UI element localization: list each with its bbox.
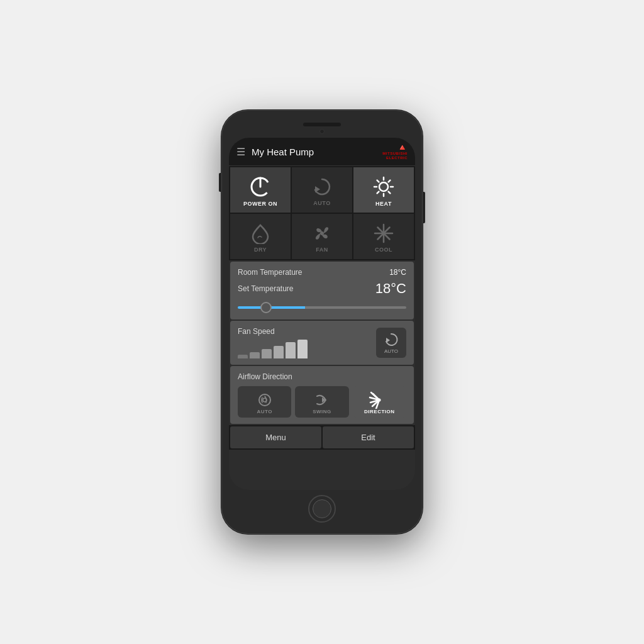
brand-logo: 🔺 MITSUBISHI ELECTRIC <box>382 143 408 160</box>
cool-label: COOL <box>375 247 392 253</box>
airflow-swing-label: SWING <box>313 409 331 414</box>
fan-auto-label: AUTO <box>384 348 398 354</box>
fan-bar-4 <box>274 346 284 358</box>
heat-label: HEAT <box>375 201 392 207</box>
airflow-section: Airflow Direction AUTO <box>230 366 414 424</box>
speaker-grille <box>303 123 341 126</box>
dry-label: DRY <box>254 247 267 253</box>
set-temp-row: Set Temperature 18°C <box>238 280 406 297</box>
room-temp-label: Room Temperature <box>238 268 303 277</box>
brand-sub: ELECTRIC <box>386 156 408 160</box>
svg-marker-18 <box>386 338 390 343</box>
room-temp-value: 18°C <box>389 268 406 277</box>
cool-icon <box>373 223 394 244</box>
airflow-swing-icon <box>313 391 331 409</box>
airflow-label: Airflow Direction <box>238 372 406 381</box>
fan-speed-label: Fan Speed <box>238 327 371 336</box>
fan-auto-icon <box>384 332 399 347</box>
home-button-inner <box>313 499 331 518</box>
airflow-auto-button[interactable]: AUTO <box>238 386 291 418</box>
heat-mode-button[interactable]: HEAT <box>353 167 414 213</box>
hamburger-menu-icon[interactable]: ☰ <box>236 146 245 158</box>
svg-line-11 <box>377 192 379 194</box>
fan-bar-6 <box>297 340 308 358</box>
dry-mode-button[interactable]: DRY <box>230 214 291 259</box>
svg-point-17 <box>382 231 386 235</box>
fan-speed-left: Fan Speed <box>238 327 371 358</box>
fan-bars <box>238 340 371 358</box>
fan-mode-button[interactable]: FAN <box>292 214 352 259</box>
heat-icon <box>372 175 395 198</box>
brand-diamond-icon: 🔺 <box>397 143 408 152</box>
temperature-section: Room Temperature 18°C Set Temperature 18… <box>230 262 414 319</box>
fan-bar-3 <box>262 349 272 358</box>
airflow-direction-icon <box>369 391 390 409</box>
set-temp-value: 18°C <box>375 280 406 297</box>
phone-screen: ☰ My Heat Pump 🔺 MITSUBISHI ELECTRIC POW… <box>229 138 415 490</box>
auto-icon <box>311 176 333 197</box>
svg-point-3 <box>379 182 388 191</box>
set-temp-label: Set Temperature <box>238 284 294 293</box>
svg-line-10 <box>389 180 391 182</box>
airflow-buttons: AUTO SWING <box>238 386 406 418</box>
fan-label: FAN <box>316 247 328 253</box>
fan-icon <box>311 223 333 244</box>
power-label: POWER ON <box>243 201 277 207</box>
mode-grid: POWER ON AUTO <box>229 166 415 260</box>
app-title: My Heat Pump <box>252 147 382 157</box>
bottom-navigation: Menu Edit <box>229 425 415 450</box>
room-temp-row: Room Temperature 18°C <box>238 268 406 277</box>
power-icon <box>249 175 272 198</box>
fan-bar-5 <box>286 342 296 358</box>
fan-bar-2 <box>250 352 260 358</box>
power-button <box>423 192 425 223</box>
temperature-slider[interactable] <box>238 306 406 309</box>
dry-icon <box>250 223 270 244</box>
svg-point-22 <box>378 399 381 402</box>
airflow-direction-label: DIRECTION <box>364 409 395 414</box>
app-header: ☰ My Heat Pump 🔺 MITSUBISHI ELECTRIC <box>229 138 415 166</box>
fan-auto-button[interactable]: AUTO <box>376 328 406 358</box>
temperature-slider-container <box>238 302 406 313</box>
power-button[interactable]: POWER ON <box>230 167 291 213</box>
airflow-auto-label: AUTO <box>257 409 272 414</box>
phone-device: ☰ My Heat Pump 🔺 MITSUBISHI ELECTRIC POW… <box>221 110 423 534</box>
svg-line-8 <box>377 180 379 182</box>
auto-mode-button[interactable]: AUTO <box>292 167 352 213</box>
menu-nav-button[interactable]: Menu <box>230 426 321 448</box>
svg-marker-2 <box>315 186 320 192</box>
airflow-swing-button[interactable]: SWING <box>295 386 348 418</box>
svg-line-9 <box>389 192 391 194</box>
brand-name: MITSUBISHI <box>382 152 408 156</box>
cool-mode-button[interactable]: COOL <box>353 214 414 259</box>
fan-speed-section: Fan Speed AUTO <box>230 321 414 365</box>
app-screen: ☰ My Heat Pump 🔺 MITSUBISHI ELECTRIC POW… <box>229 138 415 490</box>
fan-bar-1 <box>238 355 248 358</box>
auto-label: AUTO <box>313 200 330 206</box>
volume-button <box>219 173 221 192</box>
edit-nav-button[interactable]: Edit <box>323 426 414 448</box>
airflow-direction-button[interactable]: DIRECTION <box>353 386 406 418</box>
front-camera <box>319 129 325 134</box>
home-button[interactable] <box>308 495 336 523</box>
airflow-auto-icon <box>256 391 274 409</box>
